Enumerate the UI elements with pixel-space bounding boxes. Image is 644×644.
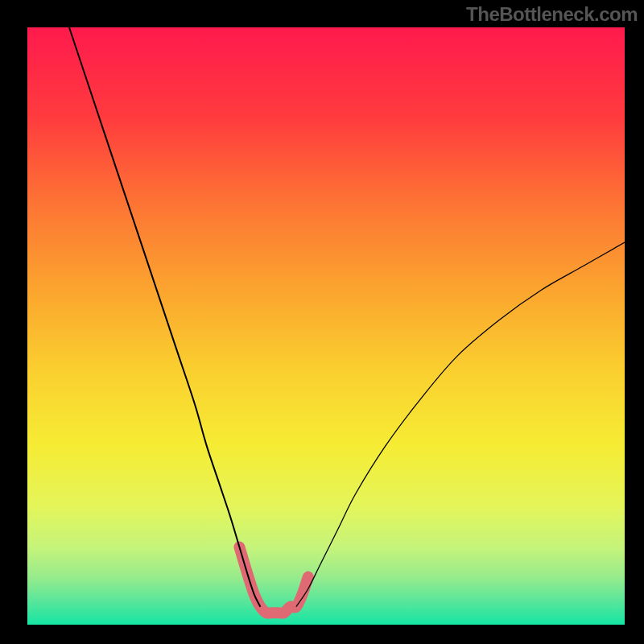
watermark-text: TheBottleneck.com (466, 3, 638, 26)
svg-rect-0 (27, 27, 625, 625)
background-gradient (27, 27, 625, 625)
chart-frame: TheBottleneck.com (0, 0, 644, 644)
plot-area (27, 27, 625, 625)
